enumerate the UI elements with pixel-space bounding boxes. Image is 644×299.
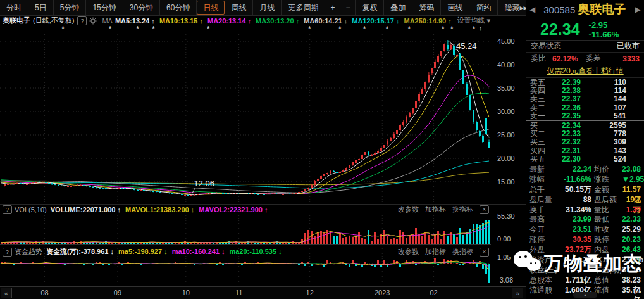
ma-values: MA5:13.24 ↑MA5:13.24MA10:13.15 ↑MA10:13.… — [115, 17, 456, 25]
level-quantity: 144 — [591, 95, 626, 103]
prev-stock-button[interactable]: ◀ — [526, 5, 538, 14]
help-icon[interactable]: ? — [3, 205, 12, 214]
tool-button-3[interactable]: 叠加 — [384, 0, 412, 15]
period-button-更多周期[interactable]: 更多周期 — [282, 0, 325, 15]
updown-marker-icon[interactable]: ↕ — [479, 24, 483, 32]
action-换指标[interactable]: 换指标 — [452, 247, 473, 257]
event-marker-icon[interactable]: * — [109, 24, 112, 34]
stat-row: 收益(三)市盈(动)37.13 — [526, 265, 644, 276]
period-button-5日[interactable]: 5日 — [28, 0, 54, 15]
stat-label: 涨停 — [529, 235, 559, 245]
stat-label: 最高 — [529, 215, 559, 225]
event-marker-icon[interactable]: * — [363, 24, 366, 34]
main-candlestick-chart[interactable]: 45.2412.06 *************↕ — [0, 25, 526, 204]
tool-button-6[interactable]: 简约 — [469, 0, 498, 15]
event-marker-icon[interactable]: * — [407, 24, 411, 34]
level2-promo-link[interactable]: 仅需20元查看十档行情 — [526, 65, 644, 78]
close-icon[interactable]: × — [480, 205, 489, 214]
order-level-row[interactable]: 买五22.30524 — [526, 155, 644, 163]
stat-label: 换手 — [529, 205, 559, 215]
next-stock-button[interactable]: ▶ — [632, 5, 644, 14]
event-marker-icon[interactable]: * — [207, 24, 210, 34]
time-tick-12: 12 — [306, 289, 314, 296]
action-加指标[interactable]: 加指标 — [425, 205, 446, 214]
event-marker-icon[interactable]: * — [61, 24, 65, 34]
stat-value: -11.66% — [559, 175, 591, 185]
svg-text:12.06: 12.06 — [194, 179, 214, 188]
tool-button-1[interactable]: − — [340, 0, 356, 15]
period-button-周线[interactable]: 周线 — [225, 0, 253, 15]
period-button-5分钟[interactable]: 5分钟 — [54, 0, 87, 15]
stats-table: 最新22.34均价23.08涨幅-11.66%涨跌▼2.95总手50.15万金额… — [526, 165, 644, 296]
quote-panel: ◀ 300585 奥联电子 ▶ 22.34 -2.95 -11.66% 交易状态… — [526, 0, 644, 299]
stat-value: 22.34 — [559, 165, 591, 175]
volume-chart[interactable] — [0, 213, 526, 246]
event-marker-icon[interactable]: * — [385, 24, 388, 34]
order-level-row[interactable]: 买三22.32309 — [526, 138, 644, 146]
order-level-row[interactable]: 买四22.31143 — [526, 147, 644, 155]
order-level-row[interactable]: 卖三22.37144 — [526, 95, 644, 103]
period-button-日线[interactable]: 日线 — [197, 1, 225, 15]
indicator-value: ma10:-160.241 ↓ma10:-160.241 — [172, 248, 225, 255]
flow-pane-actions: 改参数加指标换指标× — [392, 247, 526, 257]
event-marker-icon[interactable]: * — [442, 24, 445, 34]
ma-prefix-label: MA — [102, 17, 113, 25]
order-level-row[interactable]: 卖一22.35541 — [526, 112, 644, 120]
stat-row: 涨停30.35跌停20.23 — [526, 235, 644, 245]
candlestick-svg: 45.2412.06 — [0, 25, 526, 204]
change-value: -2.95 — [589, 20, 619, 30]
chart-stock-name: 奥联电子 — [3, 16, 30, 25]
action-改参数[interactable]: 改参数 — [398, 205, 419, 214]
level-price: 22.36 — [552, 104, 591, 112]
chart-mode-label: (日线,不复权) — [33, 16, 74, 25]
indicator-value: 资金流(万):-378.961 ↓资金流(万):-378.961 — [46, 248, 114, 255]
level-quantity: 143 — [591, 147, 626, 155]
panel-scroll-hint[interactable]: ▴ — [573, 292, 597, 298]
event-marker-icon[interactable]: * — [152, 24, 155, 34]
tool-button-2[interactable]: 复权 — [356, 0, 384, 15]
period-button-60分钟[interactable]: 60分钟 — [160, 0, 197, 15]
stat-label: 涨幅 — [529, 175, 559, 185]
period-button-30分钟[interactable]: 30分钟 — [123, 0, 160, 15]
event-marker-icon[interactable]: * — [338, 24, 342, 34]
weicha-label: 委差 — [586, 53, 601, 64]
action-换指标[interactable]: 换指标 — [452, 205, 473, 214]
level-label: 卖三 — [530, 95, 552, 103]
period-button-分时[interactable]: 分时 — [0, 0, 28, 15]
stat-label: 跌停 — [591, 235, 622, 245]
event-marker-icon[interactable]: * — [450, 24, 454, 34]
flow-title: 资金趋势 — [15, 247, 42, 257]
level-label: 买五 — [530, 155, 552, 163]
event-marker-icon[interactable]: * — [308, 24, 311, 34]
level-quantity: 107 — [591, 104, 626, 112]
scroll-right-button[interactable]: » — [512, 288, 523, 298]
stat-row: 换手31.34%量比1.39 — [526, 205, 644, 215]
volume-indicator-label: VOL(5,10) — [15, 206, 47, 213]
event-marker-icon[interactable]: * — [136, 24, 139, 34]
weibi-row: 委比 62.12% 委差 3333 — [526, 53, 644, 65]
stat-label: 最新 — [529, 165, 559, 175]
weicha-value: 3333 — [622, 54, 640, 63]
level-label: 买四 — [530, 147, 552, 155]
action-改参数[interactable]: 改参数 — [398, 247, 419, 257]
tool-button-5[interactable]: 画线 — [441, 0, 469, 15]
stat-row: 净资产4.21ROE2.95% — [526, 255, 644, 265]
order-level-row[interactable]: 卖二22.36107 — [526, 104, 644, 112]
scroll-left-button[interactable]: « — [1, 288, 12, 298]
level-price: 22.31 — [552, 147, 591, 155]
gear-icon[interactable] — [89, 17, 97, 25]
action-加指标[interactable]: 加指标 — [425, 247, 446, 257]
period-button-15分钟[interactable]: 15分钟 — [86, 0, 123, 15]
ma-settings-button[interactable]: 设置均线 ▾ — [457, 16, 526, 25]
help-icon[interactable]: ? — [77, 16, 87, 25]
stat-row: 总股本1.711亿总值38.23亿 — [526, 276, 644, 286]
stat-label: 今开 — [529, 225, 559, 235]
period-button-月线[interactable]: 月线 — [253, 0, 282, 15]
event-marker-icon[interactable]: * — [473, 24, 476, 34]
price-tick: 35.00 — [497, 84, 515, 92]
help-icon[interactable]: ? — [3, 248, 12, 257]
close-icon[interactable]: × — [480, 248, 489, 257]
stat-value: 1.39 — [622, 205, 641, 215]
tool-button-0[interactable]: + — [325, 0, 340, 15]
tool-button-4[interactable]: 筹码 — [412, 0, 441, 15]
